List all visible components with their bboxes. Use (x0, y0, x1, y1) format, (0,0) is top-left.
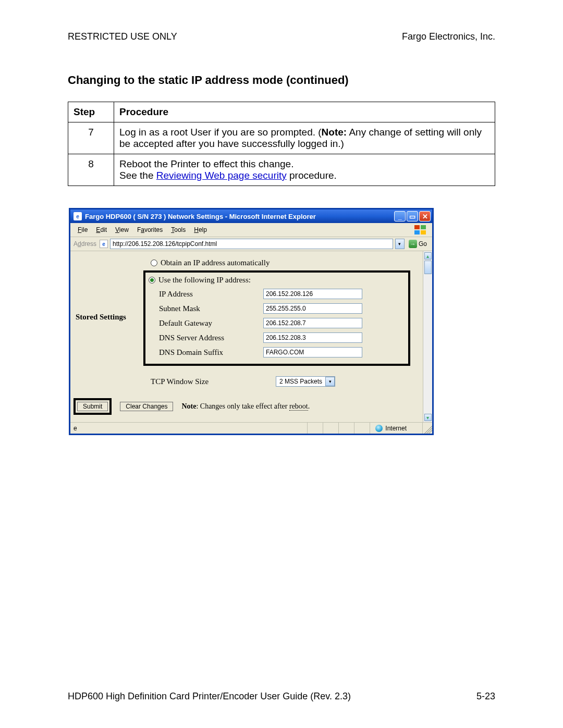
menu-tools[interactable]: Tools (171, 226, 186, 233)
browser-window: e Fargo HDP600 ( S/N 273 ) Network Setti… (69, 208, 434, 435)
ie-icon: e (74, 212, 82, 220)
menu-file[interactable]: File (78, 226, 88, 233)
maximize-button[interactable]: ▭ (407, 211, 418, 221)
dns-label: DNS Server Address (159, 334, 263, 342)
table-row: 7 Log in as a root User if you are so pr… (68, 122, 495, 154)
menubar: File Edit View Favorites Tools Help (70, 223, 432, 237)
reboot-note: Note: Changes only take effect after reb… (181, 402, 310, 411)
resize-grip-icon[interactable] (423, 423, 432, 434)
page-footer: HDP600 High Definition Card Printer/Enco… (68, 691, 495, 702)
chevron-down-icon: ▾ (325, 377, 335, 386)
scroll-up-icon[interactable]: ▴ (424, 252, 432, 260)
window-title: Fargo HDP600 ( S/N 273 ) Network Setting… (85, 213, 316, 220)
ip-input[interactable] (263, 289, 362, 299)
security-link[interactable]: Reviewing Web page security (156, 170, 287, 181)
dns-input[interactable] (263, 332, 362, 343)
submit-button[interactable]: Submit (77, 402, 108, 411)
titlebar: e Fargo HDP600 ( S/N 273 ) Network Setti… (70, 209, 432, 223)
mask-label: Subnet Mask (159, 304, 263, 313)
close-button[interactable]: ✕ (419, 211, 431, 221)
go-button[interactable]: → Go (407, 239, 429, 249)
footer-page: 5-23 (476, 691, 495, 702)
stored-settings-label: Stored Settings (70, 256, 143, 322)
ip-label: IP Address (159, 290, 263, 299)
page-header: RESTRICTED USE ONLY Fargo Electronics, I… (68, 31, 495, 42)
tcp-label: TCP Window Size (151, 377, 276, 386)
restricted-label: RESTRICTED USE ONLY (68, 31, 177, 42)
company-label: Fargo Electronics, Inc. (402, 31, 495, 42)
page-icon: e (100, 240, 108, 248)
internet-icon (375, 425, 383, 432)
scrollbar[interactable]: ▴ ▾ (423, 251, 432, 422)
section-title: Changing to the static IP address mode (… (68, 73, 495, 87)
status-page-icon: e (74, 425, 77, 432)
clear-button[interactable]: Clear Changes (120, 402, 173, 411)
address-bar: Address e ▾ → Go (70, 237, 432, 251)
menu-edit[interactable]: Edit (96, 226, 107, 233)
suffix-label: DNS Domain Suffix (159, 348, 263, 357)
menu-view[interactable]: View (115, 226, 129, 233)
suffix-input[interactable] (263, 347, 362, 357)
step-num: 8 (68, 154, 114, 186)
windows-logo-icon (414, 225, 427, 235)
step-text: Reboot the Printer to effect this change… (114, 154, 495, 186)
gw-label: Default Gateway (159, 319, 263, 328)
col-procedure: Procedure (114, 102, 495, 122)
radio-icon (151, 260, 157, 266)
submit-highlight: Submit (74, 398, 112, 415)
step-num: 7 (68, 122, 114, 154)
mask-input[interactable] (263, 303, 362, 314)
static-ip-highlight: Use the following IP address: IP Address… (143, 270, 410, 366)
zone-label: Internet (385, 425, 407, 432)
radio-auto-ip[interactable]: Obtain an IP address automatically (143, 256, 410, 269)
address-label: Address (74, 240, 96, 248)
radio-static-ip[interactable]: Use the following IP address: (149, 274, 405, 287)
scroll-thumb[interactable] (424, 261, 432, 274)
table-row: 8 Reboot the Printer to effect this chan… (68, 154, 495, 186)
menu-help[interactable]: Help (194, 226, 207, 233)
go-arrow-icon: → (409, 240, 417, 248)
footer-guide: HDP600 High Definition Card Printer/Enco… (68, 691, 351, 702)
scroll-down-icon[interactable]: ▾ (424, 414, 432, 421)
menu-favorites[interactable]: Favorites (137, 226, 163, 233)
radio-icon (149, 277, 155, 283)
statusbar: e Internet (70, 422, 432, 434)
minimize-button[interactable]: _ (394, 211, 406, 221)
steps-table: Step Procedure 7 Log in as a root User i… (68, 102, 495, 186)
col-step: Step (68, 102, 114, 122)
gw-input[interactable] (263, 318, 362, 328)
url-dropdown-button[interactable]: ▾ (395, 239, 405, 249)
tcp-select[interactable]: 2 MSS Packets ▾ (276, 376, 335, 387)
step-text: Log in as a root User if you are so prom… (114, 122, 495, 154)
url-input[interactable] (110, 239, 393, 249)
